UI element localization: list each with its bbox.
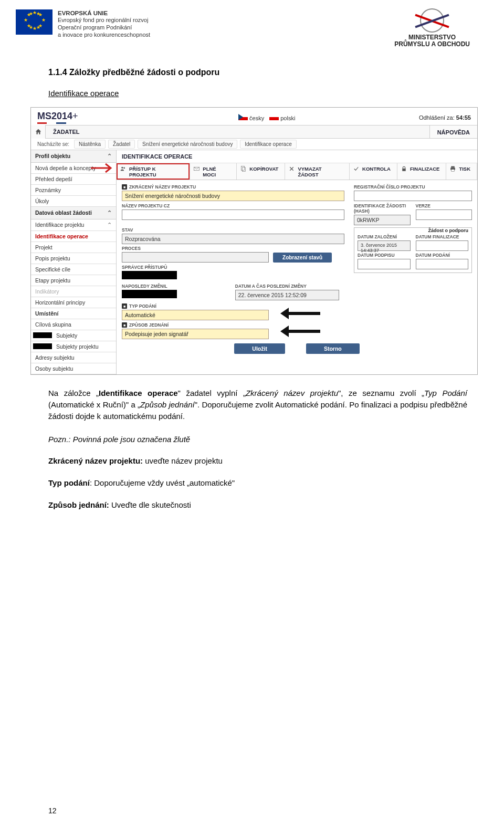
input-datum-zmeny: 22. července 2015 12:52:09 [235, 290, 339, 300]
eu-title: EVROPSKÁ UNIE [58, 9, 150, 17]
sidebar-item-indikatory[interactable]: Indikátory [31, 286, 116, 297]
label-typ-podani: ■TYP PODÁNÍ [122, 303, 269, 309]
sidebar-item-specificke-cile[interactable]: Specifické cíle [31, 264, 116, 275]
def-zpusob: Způsob jednání: Uveďte dle skutečnosti [48, 499, 467, 511]
sidebar-item-subjekty-projektu[interactable]: Subjekty projektu [31, 341, 116, 352]
toolbar-finalizace[interactable]: FINALIZACE [397, 163, 446, 180]
sidebar-item-prehled-depesi[interactable]: Přehled depeší [31, 174, 116, 185]
label-datum-final: DATUM FINALIZACE [416, 234, 469, 239]
toolbar-vymazat[interactable]: VYMAZAT ŽÁDOST [285, 163, 350, 180]
chevron-up-icon: ⌃ [107, 153, 112, 160]
language-switcher[interactable]: česky polski [238, 114, 295, 121]
eu-fund-line: Evropský fond pro regionální rozvoj [58, 17, 150, 24]
body-note: Pozn.: Povinná pole jsou označena žlutě [48, 434, 467, 445]
label-zkraceny: ■ZKRÁCENÝ NÁZEV PROJEKTU [122, 184, 344, 190]
input-datum-podani [416, 259, 469, 269]
input-typ-podani[interactable]: Automatické [122, 310, 269, 320]
page-number: 12 [48, 806, 57, 815]
toolbar-plnemoci[interactable]: PLNÉ MOCI [190, 163, 237, 180]
black-callout-arrow-icon [279, 307, 321, 320]
section-heading: 1.1.4 Záložky předběžné žádosti o podpor… [48, 68, 467, 77]
sidebar-item-cilova-skupina[interactable]: Cílová skupina [31, 319, 116, 330]
sidebar: Profil objektu⌃ Nová depeše a koncepty P… [31, 150, 117, 374]
bc-identifikace[interactable]: Identifikace operace [240, 140, 297, 149]
breadcrumb: Nacházíte se: Nástěnka Žadatel Snížení e… [31, 139, 477, 150]
input-proces [122, 252, 269, 263]
sidebar-item-adresy[interactable]: Adresy subjektu [31, 352, 116, 363]
home-icon[interactable] [31, 125, 46, 139]
subheading: Identifikace operace [48, 89, 467, 98]
check-icon [353, 165, 360, 172]
def-typ-podani: Typ podání: Doporučujeme vždy uvést „aut… [48, 477, 467, 489]
storno-button[interactable]: Storno [306, 343, 360, 354]
label-verze: VERZE [416, 203, 472, 208]
delete-icon [288, 165, 295, 172]
logout-timer: Odhlášení za: 54:55 [419, 114, 471, 121]
sidebar-item-subjekty[interactable]: Subjekty [31, 330, 116, 341]
app-screenshot: MS2014+ česky polski Odhlášení za: 54:55… [30, 107, 478, 375]
label-proces: PROCES [122, 246, 332, 251]
sidebar-item-ident-operace[interactable]: Identifikace operace [31, 231, 116, 242]
ms2014-logo: MS2014+ [37, 111, 78, 122]
label-datum-podani: DATUM PODÁNÍ [416, 253, 469, 258]
ulozit-button[interactable]: Uložit [234, 343, 285, 354]
bc-project[interactable]: Snížení energetické náročnosti budovy [138, 140, 237, 149]
label-naposledy: NAPOSLEDY ZMĚNIL [122, 284, 226, 289]
lang-pl-label: polski [280, 115, 295, 121]
label-zpusob: ■ZPŮSOB JEDNÁNÍ [122, 322, 269, 328]
svg-rect-6 [452, 166, 455, 168]
envelope-icon [193, 165, 200, 172]
input-ident-hash: 0kRWKP [354, 215, 411, 225]
lock-icon [401, 165, 407, 172]
sidebar-item-horizontalni[interactable]: Horizontální principy [31, 297, 116, 308]
body-paragraph-1: Na záložce „Identifikace operace" žadate… [48, 387, 467, 422]
users-icon [120, 165, 127, 172]
input-zkraceny[interactable]: Snížení energetické náročnosti budovy [122, 191, 344, 201]
redacted-spravce [122, 271, 177, 279]
svg-rect-4 [243, 167, 246, 172]
zobrazeni-stavu-button[interactable]: Zobrazení stavů [273, 253, 332, 263]
chevron-up-icon: ⌃ [107, 222, 112, 228]
red-callout-arrow-icon [90, 162, 116, 174]
mpo-logo-block: MINISTERSTVO PRŮMYSLU A OBCHODU [394, 9, 470, 48]
eu-flag-icon: ★ ★ ★ ★ ★ ★ ★ ★ ★ ★ ★ ★ [16, 9, 52, 35]
input-zpusob[interactable]: Podepisuje jeden signatář [122, 329, 269, 339]
chevron-up-icon: ⌃ [107, 209, 112, 216]
content-panel: IDENTIFIKACE OPERACE PŘÍSTUP K PROJEKTU … [117, 150, 477, 374]
lang-cz-label: česky [249, 115, 264, 121]
input-datum-zaloz: 3. července 2015 14:43:37 [358, 240, 411, 251]
sidebar-group-datova[interactable]: Datová oblast žádosti⌃ [31, 207, 116, 219]
label-nazev-cz: NÁZEV PROJEKTU CZ [122, 203, 344, 208]
print-icon [449, 165, 456, 172]
toolbar-kopirovat[interactable]: KOPÍROVAT [237, 163, 285, 180]
eu-op-line2: a inovace pro konkurenceschopnost [58, 32, 150, 39]
copy-icon [240, 165, 247, 172]
sidebar-item-osoby[interactable]: Osoby subjektu [31, 363, 116, 374]
input-datum-final [416, 240, 469, 251]
tab-napoveda[interactable]: NÁPOVĚDA [429, 125, 477, 138]
sidebar-group-profil[interactable]: Profil objektu⌃ [31, 150, 116, 163]
eu-op-line1: Operační program Podnikání [58, 24, 150, 32]
sidebar-item-etapy-projektu[interactable]: Etapy projektu [31, 275, 116, 286]
label-stav: STAV [122, 227, 344, 233]
sidebar-item-poznamky[interactable]: Poznámky [31, 185, 116, 196]
bc-zadatel[interactable]: Žadatel [108, 140, 135, 149]
panF-ournal-title: IDENTIFIKACE OPERACE [117, 150, 477, 163]
bc-nastenka[interactable]: Nástěnka [74, 140, 106, 149]
sidebar-item-ukoly[interactable]: Úkoly [31, 196, 116, 207]
mpo-logo-icon [415, 9, 449, 33]
sidebar-item-umisteni[interactable]: Umístění [31, 308, 116, 319]
toolbar-pristup[interactable]: PŘÍSTUP K PROJEKTU [117, 163, 190, 180]
sidebar-item-popis-projektu[interactable]: Popis projektu [31, 253, 116, 264]
black-callout-arrow-icon [279, 324, 321, 338]
sidebar-item-projekt[interactable]: Projekt [31, 242, 116, 253]
svg-rect-5 [402, 169, 406, 171]
group-zadost-title: Žádost o podporu [358, 228, 468, 233]
tab-zadatel[interactable]: ŽADATEL [46, 125, 87, 139]
eu-funding-block: ★ ★ ★ ★ ★ ★ ★ ★ ★ ★ ★ ★ EVROPSKÁ UNIE Ev… [16, 9, 150, 39]
sidebar-item-ident-projektu[interactable]: Identifikace projektu⌃ [31, 219, 116, 231]
content-toolbar: PŘÍSTUP K PROJEKTU PLNÉ MOCI KOPÍROVAT V… [117, 163, 477, 180]
toolbar-kontrola[interactable]: KONTROLA [350, 163, 397, 180]
label-datum-zaloz: DATUM ZALOŽENÍ [358, 234, 411, 239]
toolbar-tisk[interactable]: TISK [446, 163, 477, 180]
